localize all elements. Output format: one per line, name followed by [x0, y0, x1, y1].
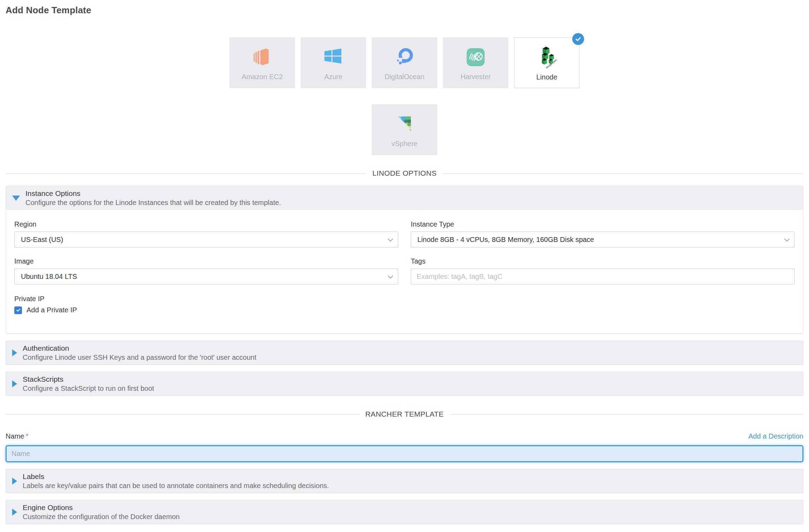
- section-stackscripts: StackScripts Configure a StackScript to …: [6, 372, 803, 396]
- region-field: Region US-East (US): [14, 220, 398, 248]
- private-ip-checkbox-label: Add a Private IP: [27, 306, 77, 314]
- harvester-icon: [464, 37, 487, 72]
- triangle-right-icon: [12, 349, 17, 356]
- instance-options-header[interactable]: Instance Options Configure the options f…: [6, 186, 803, 210]
- section-subtitle: Configure a StackScript to run on first …: [23, 385, 154, 393]
- page-title: Add Node Template: [6, 5, 803, 16]
- linode-options-divider: LINODE OPTIONS: [6, 169, 803, 177]
- tags-input[interactable]: [411, 268, 795, 284]
- region-select[interactable]: US-East (US): [14, 231, 398, 248]
- linode-icon: linode.com: [535, 38, 559, 73]
- section-labels: Labels Labels are key/value pairs that c…: [6, 469, 803, 493]
- provider-card-label: Amazon EC2: [242, 73, 283, 81]
- add-description-link[interactable]: Add a Description: [748, 432, 803, 440]
- name-input[interactable]: [6, 445, 803, 462]
- section-title: Engine Options: [23, 503, 180, 512]
- provider-card-vsphere[interactable]: vSphere: [372, 104, 437, 155]
- instance-type-select[interactable]: Linode 8GB - 4 vCPUs, 8GB Memory, 160GB …: [411, 231, 795, 248]
- section-subtitle: Configure the options for the Linode Ins…: [25, 199, 281, 207]
- authentication-header-text: Authentication Configure Linode user SSH…: [23, 344, 256, 362]
- instance-type-label: Instance Type: [411, 220, 795, 228]
- amazon-ec2-icon: [251, 37, 274, 72]
- labels-header-text: Labels Labels are key/value pairs that c…: [23, 472, 329, 490]
- instance-type-field: Instance Type Linode 8GB - 4 vCPUs, 8GB …: [411, 220, 795, 248]
- region-select-value: US-East (US): [21, 236, 63, 244]
- azure-icon: [322, 37, 345, 72]
- provider-card-harvester[interactable]: Harvester: [443, 37, 508, 88]
- section-title: StackScripts: [23, 375, 154, 383]
- name-label: Name*: [6, 432, 29, 440]
- engine-options-header[interactable]: Engine Options Customize the configurati…: [6, 500, 803, 524]
- provider-card-digitalocean[interactable]: DigitalOcean: [372, 37, 437, 88]
- provider-card-azure[interactable]: Azure: [301, 37, 366, 88]
- stackscripts-header-text: StackScripts Configure a StackScript to …: [23, 375, 154, 393]
- instance-options-body: Region US-East (US) Instance Type Linode…: [6, 210, 803, 334]
- engine-options-header-text: Engine Options Customize the configurati…: [23, 503, 180, 521]
- image-select-value: Ubuntu 18.04 LTS: [21, 273, 77, 281]
- provider-cards-row-1: Amazon EC2 Azure: [6, 37, 803, 88]
- divider-line: [443, 173, 803, 174]
- vsphere-icon: [393, 104, 416, 139]
- image-select[interactable]: Ubuntu 18.04 LTS: [14, 268, 398, 284]
- private-ip-label: Private IP: [14, 295, 795, 303]
- triangle-right-icon: [12, 509, 17, 516]
- region-label: Region: [14, 220, 398, 228]
- divider-label: RANCHER TEMPLATE: [365, 410, 444, 418]
- provider-card-label: vSphere: [392, 140, 418, 148]
- tags-field: Tags: [411, 257, 795, 284]
- private-ip-checkbox[interactable]: [14, 306, 22, 314]
- image-field: Image Ubuntu 18.04 LTS: [14, 257, 398, 284]
- provider-card-label: DigitalOcean: [385, 73, 425, 81]
- provider-cards-row-2: vSphere: [6, 104, 803, 155]
- section-subtitle: Configure Linode user SSH Keys and a pas…: [23, 354, 256, 362]
- tags-label: Tags: [411, 257, 795, 265]
- image-label: Image: [14, 257, 398, 265]
- name-label-text: Name: [6, 432, 24, 440]
- add-node-template-page: Add Node Template Amazon EC2: [0, 0, 809, 532]
- rancher-template-divider: RANCHER TEMPLATE: [6, 410, 803, 418]
- stackscripts-header[interactable]: StackScripts Configure a StackScript to …: [6, 372, 803, 396]
- private-ip-field: Private IP Add a Private IP: [14, 295, 795, 314]
- section-subtitle: Customize the configuration of the Docke…: [23, 513, 180, 521]
- section-subtitle: Labels are key/value pairs that can be u…: [23, 482, 329, 490]
- authentication-header[interactable]: Authentication Configure Linode user SSH…: [6, 341, 803, 365]
- provider-picker: Amazon EC2 Azure: [6, 37, 803, 155]
- provider-card-linode[interactable]: linode.com Linode: [514, 37, 580, 88]
- divider-line: [6, 173, 366, 174]
- private-ip-checkbox-row[interactable]: Add a Private IP: [14, 306, 795, 314]
- section-title: Labels: [23, 472, 329, 481]
- chevron-down-icon: [784, 236, 790, 242]
- section-authentication: Authentication Configure Linode user SSH…: [6, 341, 803, 365]
- selected-check-badge-icon: [572, 33, 584, 45]
- divider-label: LINODE OPTIONS: [372, 169, 437, 177]
- provider-card-label: Linode: [536, 73, 557, 81]
- instance-options-header-text: Instance Options Configure the options f…: [25, 189, 281, 207]
- name-block: Name* Add a Description: [6, 432, 803, 462]
- section-title: Instance Options: [25, 189, 281, 198]
- section-instance-options: Instance Options Configure the options f…: [6, 186, 803, 334]
- provider-card-label: Azure: [324, 73, 342, 81]
- section-engine-options: Engine Options Customize the configurati…: [6, 500, 803, 524]
- instance-type-select-value: Linode 8GB - 4 vCPUs, 8GB Memory, 160GB …: [417, 236, 594, 244]
- labels-header[interactable]: Labels Labels are key/value pairs that c…: [6, 469, 803, 493]
- triangle-down-icon: [12, 196, 20, 201]
- divider-line: [450, 414, 804, 415]
- triangle-right-icon: [12, 380, 17, 387]
- triangle-right-icon: [12, 478, 17, 485]
- divider-line: [6, 414, 359, 415]
- section-title: Authentication: [23, 344, 256, 352]
- provider-card-amazon-ec2[interactable]: Amazon EC2: [229, 37, 295, 88]
- chevron-down-icon: [388, 273, 393, 279]
- required-asterisk: *: [26, 432, 28, 440]
- chevron-down-icon: [388, 236, 393, 242]
- digitalocean-icon: [393, 37, 416, 72]
- provider-card-label: Harvester: [461, 73, 491, 81]
- check-icon: [16, 307, 21, 313]
